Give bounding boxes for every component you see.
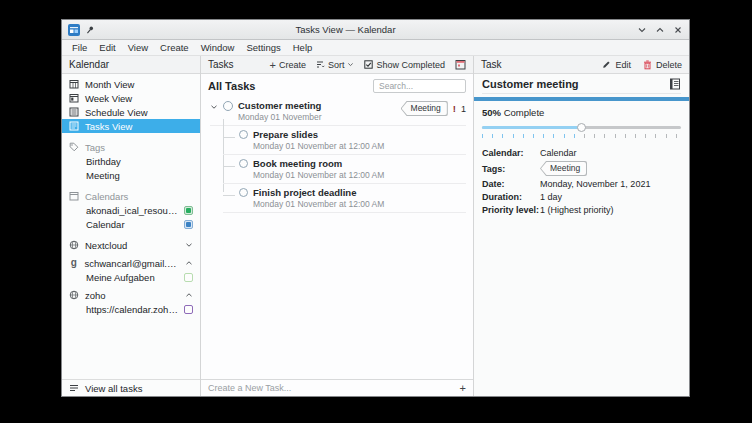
kalendar-window: Tasks View — Kalendar File Edit View Cre… — [61, 19, 690, 397]
pin-icon[interactable] — [85, 25, 95, 35]
task-date: Monday 01 November at 12:00 AM — [253, 170, 466, 180]
collapse-chevron-icon[interactable] — [210, 103, 218, 111]
calendars-section-header[interactable]: Calendars — [62, 189, 200, 203]
sidebar-panel-header: Kalendar — [62, 56, 200, 74]
month-view-icon — [69, 79, 79, 89]
google-icon: g — [69, 258, 78, 268]
slider-handle[interactable] — [577, 123, 586, 132]
completion-percent: 50% — [482, 107, 501, 118]
due-date-calendar-icon[interactable] — [455, 59, 466, 70]
sidebar-item-month-view[interactable]: Month View — [62, 77, 200, 91]
task-row-prepare-slides[interactable]: Prepare slides Monday 01 November at 12:… — [223, 126, 466, 155]
menu-view[interactable]: View — [122, 41, 154, 54]
delete-button[interactable]: Delete — [643, 60, 682, 70]
task-checkbox[interactable] — [239, 159, 248, 168]
maximize-button[interactable] — [655, 25, 665, 35]
task-list: Customer meeting Monday 01 November Meet… — [201, 97, 473, 379]
sidebar-title: Kalendar — [69, 59, 109, 70]
menubar: File Edit View Create Window Settings He… — [62, 40, 689, 56]
menu-help[interactable]: Help — [287, 41, 319, 54]
task-title: Finish project deadline — [253, 187, 466, 198]
field-value-calendar: Calendar — [540, 148, 681, 158]
calendar-item-label: https://calendar.zoho.eu/caldav/b... — [86, 304, 178, 315]
edit-button[interactable]: Edit — [602, 60, 631, 70]
task-date: Monday 01 November at 12:00 AM — [253, 199, 466, 209]
tag-item-label: Meeting — [86, 170, 120, 181]
account-nextcloud[interactable]: Nextcloud — [62, 238, 200, 252]
trash-icon — [643, 60, 652, 70]
detail-tag-chip[interactable]: Meeting — [540, 161, 587, 176]
tags-section-header[interactable]: Tags — [62, 140, 200, 154]
menu-settings[interactable]: Settings — [240, 41, 286, 54]
tasks-toolbar: + Create Sort Show Completed — [269, 59, 466, 70]
task-row-book-meeting-room[interactable]: Book meeting room Monday 01 November at … — [223, 155, 466, 184]
menu-file[interactable]: File — [66, 41, 93, 54]
schedule-view-icon — [69, 107, 79, 117]
sidebar-item-schedule-view[interactable]: Schedule View — [62, 105, 200, 119]
pencil-icon — [602, 60, 611, 69]
task-title: Book meeting room — [253, 158, 466, 169]
calendar-checkbox-blue[interactable] — [184, 220, 193, 229]
tag-item-meeting[interactable]: Meeting — [62, 168, 200, 182]
detail-panel-title: Task — [481, 59, 502, 70]
add-task-icon[interactable]: + — [460, 383, 466, 393]
sidebar-list: Month View Week View Schedule View Tasks… — [62, 74, 200, 379]
calendar-item-label: Calendar — [86, 219, 125, 230]
account-zoho[interactable]: zoho — [62, 288, 200, 302]
menu-create[interactable]: Create — [154, 41, 195, 54]
sidebar-item-tasks-view[interactable]: Tasks View — [62, 119, 200, 133]
task-title: Customer meeting — [238, 100, 396, 111]
show-completed-toggle[interactable]: Show Completed — [364, 60, 445, 70]
view-all-tasks-label: View all tasks — [85, 383, 142, 394]
completion-line: 50% Complete — [482, 107, 681, 118]
detail-fields: Calendar: Calendar Tags: Meeting Date: M… — [482, 148, 681, 215]
completion-slider[interactable] — [482, 122, 681, 132]
tag-item-label: Birthday — [86, 156, 121, 167]
calendar-item-akonadi[interactable]: akonadi_ical_resource_17 — [62, 203, 200, 217]
task-date: Monday 01 November — [238, 112, 396, 122]
calendars-icon — [69, 191, 79, 201]
create-button[interactable]: + Create — [269, 60, 305, 70]
create-new-task-bar[interactable]: Create a New Task... + — [201, 379, 473, 396]
calendar-checkbox-green[interactable] — [184, 206, 193, 215]
sort-button[interactable]: Sort — [316, 60, 355, 70]
detail-task-title: Customer meeting — [482, 78, 579, 90]
calendar-checkbox-lightgreen[interactable] — [184, 273, 193, 282]
minimize-button[interactable] — [637, 25, 647, 35]
show-completed-label: Show Completed — [376, 60, 445, 70]
calendar-checkbox-purple[interactable] — [184, 305, 193, 314]
sidebar-item-week-view[interactable]: Week View — [62, 91, 200, 105]
menu-edit[interactable]: Edit — [93, 41, 121, 54]
create-new-task-placeholder: Create a New Task... — [208, 383, 291, 393]
view-all-tasks-button[interactable]: View all tasks — [62, 379, 200, 396]
week-view-icon — [69, 93, 79, 103]
task-row-finish-project-deadline[interactable]: Finish project deadline Monday 01 Novemb… — [223, 184, 466, 213]
menu-window[interactable]: Window — [195, 41, 241, 54]
sidebar-item-label: Week View — [85, 93, 132, 104]
task-checkbox[interactable] — [239, 188, 248, 197]
task-checkbox[interactable] — [239, 130, 248, 139]
chevron-up-icon[interactable] — [185, 259, 193, 267]
sidebar-item-label: Tasks View — [85, 121, 132, 132]
field-value-duration: 1 day — [540, 192, 681, 202]
titlebar[interactable]: Tasks View — Kalendar — [62, 20, 689, 40]
account-gmail[interactable]: g schwancarl@gmail.com — [62, 256, 200, 270]
journal-icon — [669, 78, 681, 90]
task-list-icon — [69, 383, 79, 393]
calendar-item-meine-aufgaben[interactable]: Meine Aufgaben — [62, 270, 200, 284]
task-tag-chip[interactable]: Meeting — [401, 101, 448, 116]
field-label: Tags: — [482, 164, 540, 174]
plus-icon: + — [269, 60, 275, 70]
search-input[interactable] — [373, 79, 466, 93]
chevron-down-icon[interactable] — [185, 241, 193, 249]
calendar-item-zoho-url[interactable]: https://calendar.zoho.eu/caldav/b... — [62, 302, 200, 316]
calendar-item-label: Meine Aufgaben — [86, 272, 155, 283]
chevron-up-icon[interactable] — [185, 291, 193, 299]
tasks-view-icon — [69, 121, 79, 131]
close-button[interactable] — [673, 25, 683, 35]
tag-item-birthday[interactable]: Birthday — [62, 154, 200, 168]
task-row-customer-meeting[interactable]: Customer meeting Monday 01 November Meet… — [210, 97, 466, 126]
task-checkbox[interactable] — [223, 101, 233, 111]
account-label: Nextcloud — [85, 240, 127, 251]
calendar-item-calendar[interactable]: Calendar — [62, 217, 200, 231]
